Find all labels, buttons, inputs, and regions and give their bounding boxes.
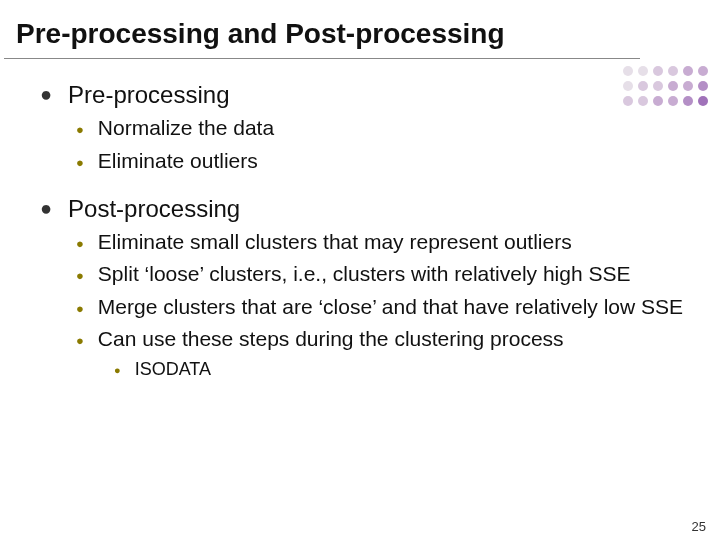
item-text: Eliminate small clusters that may repres… xyxy=(98,228,572,256)
list-item: ● Eliminate outliers xyxy=(76,147,700,175)
heading-text: Pre-processing xyxy=(68,79,229,110)
bullet-icon: ● xyxy=(114,363,121,378)
bullet-icon: ● xyxy=(40,193,52,223)
bullet-icon: ● xyxy=(40,79,52,109)
subitem-text: ISODATA xyxy=(135,357,211,381)
list-item: ● Can use these steps during the cluster… xyxy=(76,325,700,353)
bullet-icon: ● xyxy=(76,154,84,172)
bullet-icon: ● xyxy=(76,332,84,350)
decorative-dots xyxy=(623,66,710,108)
bullet-icon: ● xyxy=(76,300,84,318)
sub-list-item: ● ISODATA xyxy=(114,357,700,381)
bullet-icon: ● xyxy=(76,235,84,253)
bullet-icon: ● xyxy=(76,267,84,285)
item-text: Split ‘loose’ clusters, i.e., clusters w… xyxy=(98,260,631,288)
item-text: Eliminate outliers xyxy=(98,147,258,175)
item-text: Normalize the data xyxy=(98,114,274,142)
section-heading: ● Post-processing xyxy=(40,193,700,224)
list-item: ● Split ‘loose’ clusters, i.e., clusters… xyxy=(76,260,700,288)
slide-title: Pre-processing and Post-processing xyxy=(4,0,640,59)
slide-content: ● Pre-processing ● Normalize the data ● … xyxy=(0,59,720,396)
section-heading: ● Pre-processing xyxy=(40,79,700,110)
item-text: Can use these steps during the clusterin… xyxy=(98,325,564,353)
list-item: ● Normalize the data xyxy=(76,114,700,142)
bullet-icon: ● xyxy=(76,121,84,139)
item-text: Merge clusters that are ‘close’ and that… xyxy=(98,293,683,321)
page-number: 25 xyxy=(692,519,706,534)
list-item: ● Merge clusters that are ‘close’ and th… xyxy=(76,293,700,321)
heading-text: Post-processing xyxy=(68,193,240,224)
list-item: ● Eliminate small clusters that may repr… xyxy=(76,228,700,256)
